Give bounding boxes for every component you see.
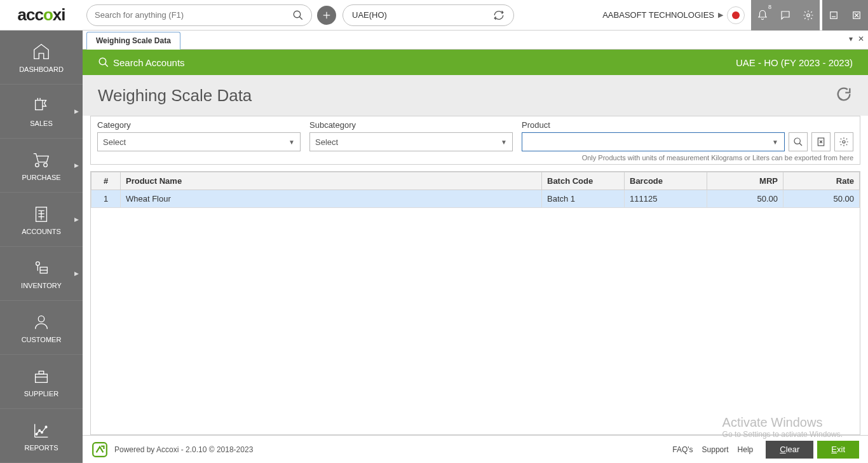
messages-button[interactable] [774,0,797,31]
cell-product-name: Wheat Flour [121,190,542,208]
settings-button[interactable] [797,0,820,31]
svg-line-32 [105,64,108,67]
bell-icon [757,10,768,21]
svg-point-38 [843,141,845,143]
results-table-wrap: # Product Name Batch Code Barcode MRP Ra… [90,171,860,435]
subcategory-label: Subcategory [309,120,513,130]
sidebar-item-dashboard[interactable]: DASHBOARD [0,31,83,85]
clear-button[interactable]: Clear [766,441,813,459]
cell-index: 1 [92,190,121,208]
sidebar: DASHBOARDSALES▶PURCHASE▶ACCOUNTS▶INVENTO… [0,31,83,463]
svg-line-34 [799,143,802,146]
export-icon [816,137,826,147]
exit-label: xit [837,445,845,454]
exit-button[interactable]: Exit [817,441,859,459]
sidebar-item-reports[interactable]: REPORTS [0,409,83,463]
export-button[interactable] [811,132,831,151]
footer: Powered by Accoxi - 2.0.10 © 2018-2023 F… [83,435,868,463]
product-input[interactable] [522,132,785,151]
company-name[interactable]: AABASOFT TECHNOLOGIES [602,10,718,20]
sidebar-item-label: SUPPLIER [24,390,58,397]
gear-icon [839,137,849,147]
sidebar-item-label: CUSTOMER [22,336,62,343]
fiscal-context: UAE - HO (FY 2023 - 2023) [736,57,853,68]
subcategory-select[interactable]: Select▼ [309,132,513,151]
customer-icon [32,312,51,333]
purchase-icon [32,149,51,171]
results-table: # Product Name Batch Code Barcode MRP Ra… [91,172,860,208]
filter-settings-button[interactable] [834,132,853,151]
global-search-input[interactable] [95,10,292,20]
svg-point-18 [36,262,40,266]
tab-strip: Weighing Scale Data ▾ ✕ [83,31,868,50]
refresh-button[interactable] [835,85,853,106]
col-name[interactable]: Product Name [121,172,542,190]
table-row[interactable]: 1Wheat FlourBatch 111112550.0050.00 [92,190,860,208]
dashboard-icon [32,41,51,63]
page-title: Weighing Scale Data [98,86,252,106]
tab-close-icon[interactable]: ✕ [858,34,864,43]
svg-rect-5 [831,11,837,18]
search-accounts-link[interactable]: Search Accounts [113,57,185,68]
sidebar-item-sales[interactable]: SALES▶ [0,85,83,139]
col-index[interactable]: # [92,172,121,190]
chevron-right-icon: ▶ [74,162,79,169]
search-icon [292,10,304,21]
sidebar-item-inventory[interactable]: INVENTORY▶ [0,247,83,301]
sidebar-item-accounts[interactable]: ACCOUNTS▶ [0,193,83,247]
inventory-icon [32,258,51,279]
clear-label: lear [786,445,800,454]
category-value: Select [103,137,126,147]
category-label: Category [97,120,301,130]
cell-rate: 50.00 [783,190,860,208]
category-select[interactable]: Select▼ [97,132,301,151]
minimize-button[interactable] [822,0,845,31]
minimize-icon [828,10,839,21]
svg-point-4 [807,13,810,17]
footer-logo [92,441,108,458]
chevron-right-icon: ▶ [74,216,79,223]
accounts-icon [32,204,51,225]
status-indicator[interactable] [727,6,745,24]
sidebar-item-label: REPORTS [25,444,58,452]
svg-rect-22 [36,374,48,382]
search-icon [98,57,109,68]
sidebar-item-supplier[interactable]: SUPPLIER [0,355,83,409]
subcategory-value: Select [315,137,338,147]
tab-menu-icon[interactable]: ▾ [849,34,853,43]
help-link[interactable]: Help [738,445,754,454]
chevron-right-icon: ▶ [74,270,79,277]
plus-icon [321,10,332,21]
svg-rect-39 [93,443,107,457]
chevron-down-icon[interactable]: ▼ [772,139,778,146]
reports-icon [32,420,51,441]
col-rate[interactable]: Rate [783,172,860,190]
location-selector[interactable]: UAE(HO) [342,4,514,26]
accoxi-mark-icon [92,441,108,458]
window-controls [822,0,868,31]
col-mrp[interactable]: MRP [707,172,783,190]
tab-weighing-scale[interactable]: Weighing Scale Data [86,32,180,50]
sidebar-item-label: DASHBOARD [19,66,64,73]
col-batch[interactable]: Batch Code [542,172,625,190]
cell-batch: Batch 1 [542,190,625,208]
close-button[interactable] [845,0,868,31]
svg-point-21 [38,316,44,322]
support-link[interactable]: Support [702,445,729,454]
faq-link[interactable]: FAQ's [672,445,693,454]
notifications-button[interactable] [751,0,774,31]
add-button[interactable] [317,6,336,25]
sidebar-item-label: PURCHASE [22,174,60,181]
sidebar-item-label: ACCOUNTS [22,228,61,235]
cell-mrp: 50.00 [707,190,783,208]
svg-point-0 [294,11,301,18]
product-search-button[interactable] [789,132,808,151]
col-barcode[interactable]: Barcode [625,172,707,190]
sidebar-item-customer[interactable]: CUSTOMER [0,301,83,355]
sidebar-item-purchase[interactable]: PURCHASE▶ [0,139,83,193]
chevron-down-icon: ▼ [288,139,295,146]
filter-hint: Only Products with units of measurement … [97,154,853,162]
sales-icon [32,95,51,117]
global-search[interactable] [86,4,312,26]
refresh-icon [835,85,853,103]
